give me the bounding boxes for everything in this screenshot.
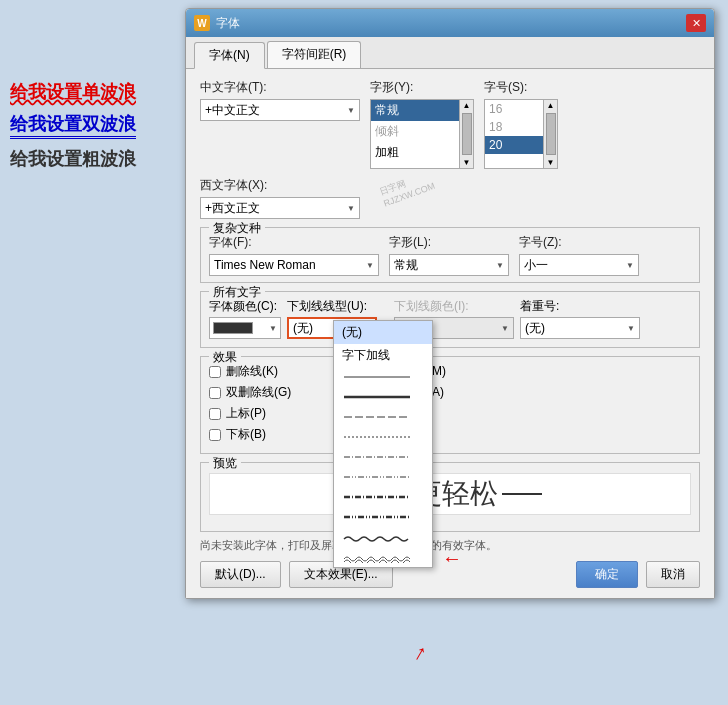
color-arrow: ▼ bbox=[269, 324, 277, 333]
bottom-arrow: ↑ bbox=[409, 639, 432, 667]
dropdown-item-solid[interactable] bbox=[334, 367, 432, 387]
all-text-section: 所有文字 字体颜色(C): ▼ 下划线线型(U): (无) ▼ bbox=[200, 291, 700, 348]
bg-line-2: 给我设置双波浪 bbox=[10, 112, 136, 139]
line-dashdot3-svg bbox=[342, 493, 412, 501]
style-item-bold[interactable]: 加粗 bbox=[371, 142, 459, 163]
dropdown-item-none[interactable]: (无) bbox=[334, 321, 432, 344]
underline-color-label: 下划线颜色(I): bbox=[394, 298, 514, 315]
dialog-body: 中文字体(T): +中文正文 ▼ 字形(Y): 常规 倾斜 加粗 ▲ bbox=[186, 69, 714, 598]
background-document: 给我设置单波浪 给我设置双波浪 给我设置粗波浪 bbox=[0, 0, 210, 189]
size-label: 字号(S): bbox=[484, 79, 558, 96]
ok-button[interactable]: 确定 bbox=[576, 561, 638, 588]
complex-font-select[interactable]: Times New Roman ▼ bbox=[209, 254, 379, 276]
line-dashdot1-svg bbox=[342, 453, 412, 461]
tab-bar: 字体(N) 字符间距(R) bbox=[186, 37, 714, 69]
underline-color-arrow: ▼ bbox=[501, 324, 509, 333]
emphasis-select[interactable]: (无) ▼ bbox=[520, 317, 640, 339]
title-bar: W 字体 ✕ bbox=[186, 9, 714, 37]
preview-section: 预览 办公更轻松 bbox=[200, 462, 700, 532]
scroll-thumb[interactable] bbox=[462, 113, 472, 155]
emphasis-label: 着重号: bbox=[520, 298, 640, 315]
style-scrollbar[interactable]: ▲ ▼ bbox=[460, 99, 474, 169]
effect-superscript: 上标(P) bbox=[209, 405, 339, 422]
chinese-font-select[interactable]: +中文正文 ▼ bbox=[200, 99, 360, 121]
scroll-down-icon[interactable]: ▼ bbox=[462, 157, 472, 168]
complex-style-select[interactable]: 常规 ▼ bbox=[389, 254, 509, 276]
preview-title: 预览 bbox=[209, 455, 241, 472]
western-font-arrow: ▼ bbox=[347, 204, 355, 213]
color-select[interactable]: ▼ bbox=[209, 317, 281, 339]
row-chinese-font: 中文字体(T): +中文正文 ▼ 字形(Y): 常规 倾斜 加粗 ▲ bbox=[200, 79, 700, 169]
close-button[interactable]: ✕ bbox=[686, 14, 706, 32]
emphasis-value: (无) bbox=[525, 320, 545, 337]
complex-font-col: 字体(F): Times New Roman ▼ bbox=[209, 234, 379, 276]
line-solid-svg bbox=[342, 373, 412, 381]
complex-size-label: 字号(Z): bbox=[519, 234, 639, 251]
default-button[interactable]: 默认(D)... bbox=[200, 561, 281, 588]
double-strikethrough-label: 双删除线(G) bbox=[226, 384, 291, 401]
dropdown-item-none-label: (无) bbox=[342, 324, 362, 341]
underline-dropdown: (无) 字下加线 ← bbox=[333, 320, 433, 568]
line-dashed-long-svg bbox=[342, 413, 412, 421]
wavy2-arrow: ← bbox=[442, 547, 462, 570]
subscript-checkbox[interactable] bbox=[209, 429, 221, 441]
size-item-16[interactable]: 16 bbox=[485, 100, 543, 118]
style-item-italic[interactable]: 倾斜 bbox=[371, 121, 459, 142]
style-label: 字形(Y): bbox=[370, 79, 474, 96]
effects-title: 效果 bbox=[209, 349, 241, 366]
app-icon: W bbox=[194, 15, 210, 31]
complex-style-col: 字形(L): 常规 ▼ bbox=[389, 234, 509, 276]
effects-left: 删除线(K) 双删除线(G) 上标(P) 下标(B) bbox=[209, 363, 339, 447]
style-item-regular[interactable]: 常规 bbox=[371, 100, 459, 121]
complex-style-label: 字形(L): bbox=[389, 234, 509, 251]
size-list-wrap: 16 18 20 ▲ ▼ bbox=[484, 99, 558, 169]
complex-title: 复杂文种 bbox=[209, 220, 265, 237]
dropdown-item-underword[interactable]: 字下加线 bbox=[334, 344, 432, 367]
chinese-font-value: +中文正文 bbox=[205, 102, 260, 119]
size-scrollbar[interactable]: ▲ ▼ bbox=[544, 99, 558, 169]
strikethrough-checkbox[interactable] bbox=[209, 366, 221, 378]
all-text-title: 所有文字 bbox=[209, 284, 265, 301]
size-item-18[interactable]: 18 bbox=[485, 118, 543, 136]
color-group: 字体颜色(C): ▼ bbox=[209, 298, 281, 339]
watermark-text: 日字网RJZXW.COM bbox=[378, 168, 437, 208]
scroll-up-icon[interactable]: ▲ bbox=[462, 100, 472, 111]
complex-row: 字体(F): Times New Roman ▼ 字形(L): 常规 ▼ 字号(… bbox=[209, 234, 691, 276]
font-dialog: W 字体 ✕ 字体(N) 字符间距(R) 中文字体(T): +中文正文 ▼ 字形… bbox=[185, 8, 715, 599]
dropdown-item-dashed-long[interactable] bbox=[334, 407, 432, 427]
line-wavy2-svg bbox=[342, 551, 412, 563]
dropdown-item-dotted[interactable] bbox=[334, 427, 432, 447]
size-item-20[interactable]: 20 bbox=[485, 136, 543, 154]
line-dashdot2-svg bbox=[342, 473, 412, 481]
dialog-title: 字体 bbox=[216, 15, 240, 32]
style-listbox[interactable]: 常规 倾斜 加粗 bbox=[370, 99, 460, 169]
superscript-checkbox[interactable] bbox=[209, 408, 221, 420]
dropdown-item-dashdot2[interactable] bbox=[334, 467, 432, 487]
line-dashdot4-svg bbox=[342, 513, 412, 521]
dropdown-item-dashdot4[interactable] bbox=[334, 507, 432, 527]
emphasis-arrow: ▼ bbox=[627, 324, 635, 333]
double-strikethrough-checkbox[interactable] bbox=[209, 387, 221, 399]
complex-style-arrow: ▼ bbox=[496, 261, 504, 270]
cancel-button[interactable]: 取消 bbox=[646, 561, 700, 588]
tab-font[interactable]: 字体(N) bbox=[194, 42, 265, 69]
bg-line-1: 给我设置单波浪 bbox=[10, 80, 200, 104]
dropdown-item-thick[interactable] bbox=[334, 387, 432, 407]
dropdown-item-dashdot3[interactable] bbox=[334, 487, 432, 507]
line-wavy1-svg bbox=[342, 532, 412, 542]
size-scroll-down[interactable]: ▼ bbox=[546, 157, 556, 168]
western-font-select[interactable]: +西文正文 ▼ bbox=[200, 197, 360, 219]
dropdown-item-wavy2[interactable]: ← bbox=[334, 547, 432, 567]
row-western-font: 西文字体(X): +西文正文 ▼ 日字网RJZXW.COM bbox=[200, 177, 700, 219]
preview-box: 办公更轻松 bbox=[209, 473, 691, 515]
title-bar-left: W 字体 bbox=[194, 15, 240, 32]
dropdown-item-wavy1[interactable] bbox=[334, 527, 432, 547]
size-scroll-up[interactable]: ▲ bbox=[546, 100, 556, 111]
size-scroll-thumb[interactable] bbox=[546, 113, 556, 155]
tab-spacing[interactable]: 字符间距(R) bbox=[267, 41, 362, 68]
complex-size-select[interactable]: 小一 ▼ bbox=[519, 254, 639, 276]
dropdown-item-dashdot1[interactable] bbox=[334, 447, 432, 467]
effects-section: 效果 删除线(K) 双删除线(G) 上标(P) 下标(B) bbox=[200, 356, 700, 454]
size-listbox[interactable]: 16 18 20 bbox=[484, 99, 544, 169]
underline-label: 下划线线型(U): bbox=[287, 298, 377, 315]
